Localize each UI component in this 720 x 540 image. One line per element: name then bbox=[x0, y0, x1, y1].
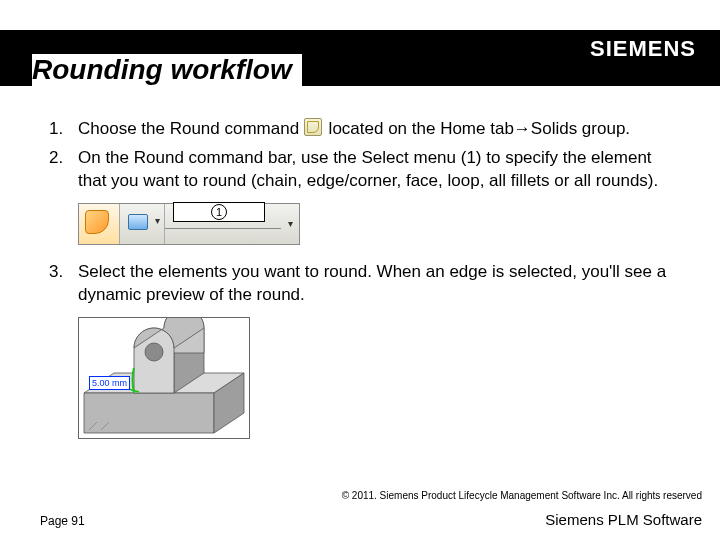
step-1: Choose the Round command located on the … bbox=[68, 118, 680, 141]
slide: SIEMENS Rounding workflow Choose the Rou… bbox=[0, 0, 720, 540]
command-bar-illustration: 1 ▾ bbox=[78, 203, 300, 245]
callout-label: 1 bbox=[173, 202, 265, 222]
round-button-icon bbox=[79, 204, 120, 244]
select-menu-callout-area: 1 bbox=[165, 204, 281, 244]
step-2: On the Round command bar, use the Select… bbox=[68, 147, 680, 245]
step-1-text-pre: Choose the Round command bbox=[78, 119, 299, 138]
dimension-value: 5.00 mm bbox=[89, 376, 130, 390]
step-2-text: On the Round command bar, use the Select… bbox=[78, 148, 658, 190]
footer: © 2011. Siemens Product Lifecycle Manage… bbox=[0, 490, 720, 528]
svg-marker-1 bbox=[84, 393, 214, 433]
callout-underline bbox=[165, 228, 281, 229]
select-menu-icon bbox=[120, 204, 165, 244]
round-command-icon bbox=[304, 118, 322, 136]
siemens-logo: SIEMENS bbox=[590, 36, 696, 62]
step-1-text-post: located on the Home tab→Solids group. bbox=[329, 119, 630, 138]
content-body: Choose the Round command located on the … bbox=[40, 118, 680, 445]
callout-number: 1 bbox=[211, 204, 227, 220]
dropdown-arrow-icon: ▾ bbox=[281, 204, 299, 244]
copyright-text: © 2011. Siemens Product Lifecycle Manage… bbox=[0, 490, 720, 501]
step-3-text: Select the elements you want to round. W… bbox=[78, 262, 666, 304]
brand-text: Siemens PLM Software bbox=[545, 511, 702, 528]
page-number: Page 91 bbox=[40, 514, 85, 528]
step-3: Select the elements you want to round. W… bbox=[68, 261, 680, 439]
round-preview-illustration: 5.00 mm bbox=[78, 317, 250, 439]
svg-point-4 bbox=[145, 343, 163, 361]
slide-title: Rounding workflow bbox=[32, 54, 302, 86]
